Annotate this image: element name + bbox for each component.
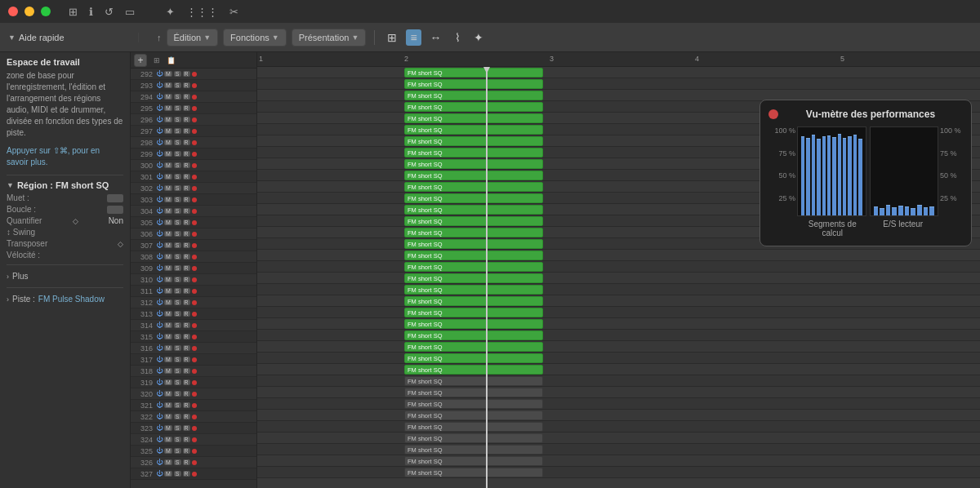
midi-btn[interactable]: ⌇ [451, 29, 465, 46]
record-button[interactable]: R [183, 357, 190, 362]
mute-button[interactable]: M [164, 162, 172, 168]
record-button[interactable]: R [183, 231, 190, 237]
mute-button[interactable]: M [164, 345, 172, 351]
region-block[interactable]: FM short SQ [404, 125, 543, 135]
region-block[interactable]: FM short SQ [404, 262, 543, 272]
region-block[interactable]: FM short SQ [404, 159, 543, 169]
solo-button[interactable]: S [174, 151, 181, 157]
power-button[interactable]: ⏻ [156, 299, 163, 306]
power-button[interactable]: ⏻ [156, 322, 163, 329]
mute-button[interactable]: M [164, 140, 172, 145]
content-row[interactable]: FM short SQ [257, 421, 980, 433]
region-block[interactable]: FM short SQ [404, 296, 543, 306]
plus-row[interactable]: › Plus [7, 270, 123, 282]
tb-icon-2[interactable]: ℹ [89, 6, 93, 18]
mute-button[interactable]: M [164, 402, 172, 408]
power-button[interactable]: ⏻ [156, 345, 163, 352]
solo-button[interactable]: S [174, 391, 181, 397]
record-button[interactable]: R [183, 288, 190, 294]
solo-button[interactable]: S [174, 94, 181, 100]
region-block-empty[interactable]: FM short SQ [404, 445, 543, 455]
solo-button[interactable]: S [174, 425, 181, 431]
content-row[interactable]: FM short SQ [257, 410, 980, 421]
piste-row[interactable]: › Piste : FM Pulse Shadow [7, 293, 123, 305]
region-block[interactable]: FM short SQ [404, 273, 543, 283]
transposer-stepper[interactable]: ◇ [118, 240, 123, 248]
power-button[interactable]: ⏻ [156, 357, 163, 363]
record-button[interactable]: R [183, 402, 190, 408]
solo-button[interactable]: S [174, 71, 181, 77]
region-block[interactable]: FM short SQ [404, 205, 543, 215]
solo-button[interactable]: S [174, 288, 181, 294]
arrange-up-icon[interactable]: ↑ [157, 33, 162, 42]
record-button[interactable]: R [183, 311, 190, 317]
sidebar-header-label[interactable]: Aide rapide [19, 33, 65, 42]
region-block-empty[interactable]: FM short SQ [404, 410, 543, 420]
power-button[interactable]: ⏻ [156, 311, 163, 317]
region-block[interactable]: FM short SQ [404, 228, 543, 237]
list-view-btn[interactable]: ≡ [406, 29, 421, 46]
solo-button[interactable]: S [174, 368, 181, 374]
region-block[interactable]: FM short SQ [404, 319, 543, 329]
record-button[interactable]: R [183, 105, 190, 111]
mute-button[interactable]: M [164, 128, 172, 134]
region-block[interactable]: FM short SQ [404, 68, 543, 78]
solo-button[interactable]: S [174, 414, 181, 419]
mute-button[interactable]: M [164, 117, 172, 122]
content-row[interactable]: FM short SQ [257, 261, 980, 273]
record-button[interactable]: R [183, 265, 190, 271]
solo-button[interactable]: S [174, 128, 181, 134]
region-block[interactable]: FM short SQ [404, 91, 543, 100]
region-block[interactable]: FM short SQ [404, 148, 543, 157]
solo-button[interactable]: S [174, 82, 181, 88]
mute-button[interactable]: M [164, 151, 172, 157]
content-row[interactable]: FM short SQ [257, 78, 980, 90]
mute-button[interactable]: M [164, 174, 172, 180]
solo-button[interactable]: S [174, 220, 181, 225]
record-button[interactable]: R [183, 254, 190, 260]
record-button[interactable]: R [183, 448, 190, 454]
region-block[interactable]: FM short SQ [404, 342, 543, 352]
content-row[interactable]: FM short SQ [257, 273, 980, 284]
mute-button[interactable]: M [164, 71, 172, 77]
solo-button[interactable]: S [174, 242, 181, 248]
boucle-value[interactable] [107, 206, 123, 214]
record-button[interactable]: R [183, 94, 190, 100]
presentation-menu[interactable]: Présentation ▼ [292, 29, 367, 47]
record-button[interactable]: R [183, 368, 190, 374]
region-block[interactable]: FM short SQ [404, 308, 543, 317]
region-block-empty[interactable]: FM short SQ [404, 456, 543, 466]
region-block-empty[interactable]: FM short SQ [404, 468, 543, 477]
fullscreen-button[interactable] [41, 7, 51, 16]
region-block-empty[interactable]: FM short SQ [404, 376, 543, 386]
content-row[interactable]: FM short SQ [257, 67, 980, 78]
solo-button[interactable]: S [174, 265, 181, 271]
tb-icon-4[interactable]: ▭ [125, 6, 135, 18]
power-button[interactable]: ⏻ [156, 448, 163, 455]
solo-button[interactable]: S [174, 117, 181, 122]
region-block[interactable]: FM short SQ [404, 171, 543, 180]
power-button[interactable]: ⏻ [156, 242, 163, 249]
region-block[interactable]: FM short SQ [404, 331, 543, 340]
mute-button[interactable]: M [164, 185, 172, 191]
record-button[interactable]: R [183, 208, 190, 214]
content-row[interactable]: FM short SQ [257, 250, 980, 261]
power-button[interactable]: ⏻ [156, 265, 163, 272]
region-block[interactable]: FM short SQ [404, 182, 543, 192]
content-row[interactable]: FM short SQ [257, 284, 980, 295]
content-row[interactable]: FM short SQ [257, 318, 980, 330]
mute-button[interactable]: M [164, 82, 172, 88]
power-button[interactable]: ⏻ [156, 117, 163, 123]
grid-view-btn[interactable]: ⊞ [383, 29, 401, 46]
record-button[interactable]: R [183, 425, 190, 431]
record-button[interactable]: R [183, 471, 190, 477]
power-button[interactable]: ⏻ [156, 151, 163, 157]
power-button[interactable]: ⏻ [156, 185, 163, 192]
region-block[interactable]: FM short SQ [404, 102, 543, 112]
mute-button[interactable]: M [164, 368, 172, 374]
power-button[interactable]: ⏻ [156, 174, 163, 180]
solo-button[interactable]: S [174, 471, 181, 477]
record-button[interactable]: R [183, 277, 190, 282]
record-button[interactable]: R [183, 322, 190, 328]
content-area[interactable]: FM short SQFM short SQFM short SQFM shor… [257, 67, 980, 488]
